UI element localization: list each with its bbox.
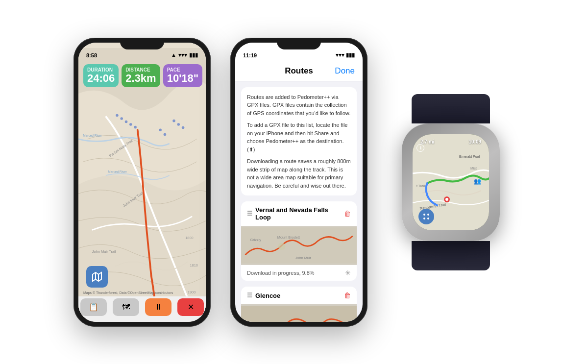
watch-fab-button[interactable]	[418, 209, 434, 224]
route-card-1-header: ☰ Vernal and Nevada Falls Loop 🗑	[241, 201, 357, 226]
duration-stat: Duration 24:06	[83, 64, 119, 87]
route-card-2-header: ☰ Glencoe 🗑	[241, 287, 357, 304]
svg-point-10	[134, 125, 137, 128]
svg-point-14	[159, 128, 162, 131]
phone-2-notch	[277, 38, 321, 49]
watch-band-top	[412, 94, 490, 123]
stop-button[interactable]: ✕	[177, 298, 204, 316]
svg-text:Mist: Mist	[470, 167, 477, 170]
map-grid-icon: 🗺	[122, 303, 130, 312]
stats-overlay: Duration 24:06 Distance 2.3km Pace 10'18…	[83, 64, 201, 87]
status-time: 8:58	[86, 52, 97, 58]
distance-label: Distance	[125, 67, 156, 73]
map-view-button[interactable]: 🗺	[113, 298, 139, 316]
phone2-wifi-icon: ▾▾▾	[336, 52, 344, 58]
distance-value: 2.3km	[125, 73, 156, 84]
svg-text:Merced River: Merced River	[83, 134, 102, 137]
phone-1-frame: Pa-Sei-Nata Trail John Muir Trail John M…	[74, 38, 211, 327]
routes-content: Routes are added to Pedometer++ via GPX …	[235, 81, 363, 322]
status-icons: ▲ ▾▾▾ ▮▮▮	[171, 52, 198, 58]
svg-point-23	[278, 243, 286, 250]
svg-text:Grizzly: Grizzly	[250, 238, 261, 242]
watch-screen: Panorama Trail Mist Emerald Pool t Trail…	[413, 134, 489, 230]
phone-2-frame: 11:19 ▾▾▾ ▮▮▮ Routes Done Routes are add…	[230, 38, 368, 327]
drag-handle-icon: ☰	[247, 210, 252, 217]
svg-point-29	[445, 198, 448, 201]
phone2-status-time: 11:19	[243, 52, 257, 58]
svg-point-7	[120, 117, 123, 120]
routes-info-text-1: Routes are added to Pedometer++ via GPX …	[247, 93, 351, 118]
svg-text:1810: 1810	[190, 263, 198, 267]
svg-text:👥: 👥	[474, 177, 481, 185]
svg-text:Merced River: Merced River	[108, 170, 127, 173]
route-1-map-thumb: Mount Brodett John Muir Grizzly	[241, 226, 357, 265]
route-2-delete-button[interactable]: 🗑	[344, 291, 351, 299]
stats-button[interactable]: 📋	[80, 298, 107, 316]
wifi-icon: ▾▾▾	[178, 52, 187, 58]
svg-text:Mount Brodett: Mount Brodett	[277, 235, 300, 240]
pace-value: 10'18"	[167, 73, 199, 84]
map-toggle-button[interactable]	[86, 266, 108, 288]
svg-point-35	[427, 214, 429, 216]
route-2-map-thumb	[241, 304, 357, 322]
duration-label: Duration	[87, 67, 115, 73]
svg-point-34	[423, 214, 425, 216]
svg-text:t Trail: t Trail	[416, 184, 425, 188]
svg-text:Emerald Pool: Emerald Pool	[459, 155, 480, 158]
route-1-status: Download in progress, 9.8%	[247, 270, 315, 276]
route-card-1-title: ☰ Vernal and Nevada Falls Loop	[247, 206, 344, 221]
watch-body: Panorama Trail Mist Emerald Pool t Trail…	[402, 123, 500, 241]
svg-text:John Muir: John Muir	[295, 256, 312, 260]
pause-icon: ⏸	[154, 303, 162, 312]
bottom-toolbar: 📋 🗺 ⏸ ✕	[78, 296, 206, 322]
route-1-loading-icon: ✳	[345, 269, 351, 277]
distance-stat: Distance 2.3km	[122, 64, 160, 87]
svg-point-13	[182, 126, 185, 129]
pace-label: Pace	[167, 67, 199, 73]
stop-icon: ✕	[188, 302, 194, 312]
routes-title: Routes	[285, 66, 313, 76]
pause-button[interactable]: ⏸	[145, 298, 172, 316]
route-1-footer: Download in progress, 9.8% ✳	[241, 265, 357, 281]
svg-point-36	[423, 218, 425, 219]
location-icon: ▲	[171, 52, 176, 58]
route-card-1[interactable]: ☰ Vernal and Nevada Falls Loop 🗑 Mount B…	[241, 201, 357, 281]
routes-header: Routes Done	[235, 60, 363, 81]
watch-time: 10:09	[468, 139, 481, 145]
map-attribution: Maps © Thunderforest, Data ©OpenStreetMa…	[83, 291, 201, 294]
battery-icon: ▮▮▮	[189, 52, 198, 58]
routes-info-text-2: To add a GPX file to this list, locate t…	[247, 121, 351, 153]
svg-point-15	[164, 133, 167, 136]
routes-info-box: Routes are added to Pedometer++ via GPX …	[241, 87, 357, 196]
phone2-battery-icon: ▮▮▮	[346, 52, 355, 58]
svg-point-11	[172, 119, 175, 122]
apple-watch-frame: Panorama Trail Mist Emerald Pool t Trail…	[387, 109, 514, 256]
route-card-2-title: ☰ Glencoe	[247, 292, 280, 299]
phone-1-screen: Pa-Sei-Nata Trail John Muir Trail John M…	[78, 43, 206, 322]
duration-value: 24:06	[87, 73, 115, 84]
svg-point-12	[177, 123, 180, 126]
watch-distance: 2.7 mi	[420, 139, 434, 145]
svg-text:John Muir Trail: John Muir Trail	[92, 249, 116, 253]
phone2-status-icons: ▾▾▾ ▮▮▮	[336, 52, 355, 58]
phone-notch	[120, 38, 164, 49]
route-1-delete-button[interactable]: 🗑	[344, 210, 351, 218]
pace-stat: Pace 10'18"	[163, 64, 203, 87]
stats-icon: 📋	[89, 302, 98, 312]
svg-point-9	[129, 123, 132, 126]
svg-text:1800: 1800	[185, 236, 193, 240]
route-card-2[interactable]: ☰ Glencoe 🗑 16% downloaded for offline u…	[241, 287, 357, 322]
svg-point-37	[427, 218, 429, 219]
svg-point-6	[116, 114, 119, 117]
routes-done-button[interactable]: Done	[335, 66, 355, 76]
watch-info-button[interactable]: ℹ	[416, 144, 424, 152]
routes-info-text-3: Downloading a route saves a roughly 800m…	[247, 157, 351, 190]
svg-point-8	[125, 120, 128, 123]
drag-handle-2-icon: ☰	[247, 292, 252, 299]
phone-2-screen: 11:19 ▾▾▾ ▮▮▮ Routes Done Routes are add…	[235, 43, 363, 322]
watch-band-bottom	[412, 241, 490, 270]
